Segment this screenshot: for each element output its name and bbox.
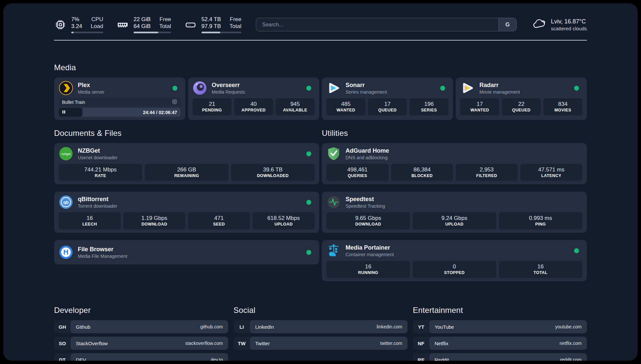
app-description: Media Requests	[212, 89, 302, 95]
app-description: DNS and adblocking	[346, 155, 582, 161]
app-description: Speedtest Tracking	[346, 203, 582, 209]
app-card-filebrowser[interactable]: File Browser Media File Management	[54, 240, 319, 264]
cpu-usage-value: 7%	[71, 16, 82, 23]
memory-total-label: Total	[159, 23, 171, 30]
weather-location-temp: Lviv, 16.87°C	[551, 18, 587, 25]
memory-progress-bar	[134, 32, 171, 33]
stat-box: 945AVAILABLE	[276, 98, 315, 115]
app-name: Speedtest	[346, 196, 582, 203]
search-engine-button[interactable]: G	[499, 18, 516, 31]
link-tag: YT	[413, 320, 429, 333]
link-netflix[interactable]: NF Netflix netflix.com	[413, 337, 587, 350]
session-target-icon[interactable]	[172, 99, 177, 106]
app-card-qbittorrent[interactable]: qb qBittorrent Torrent downloader	[54, 192, 319, 233]
app-description: Container management	[346, 252, 569, 258]
section-social: Social LI LinkedIn linkedin.com TW Twitt…	[233, 306, 408, 361]
stat-box: 0.993 msPING	[499, 212, 582, 229]
link-name: DEV	[76, 357, 86, 361]
status-online-dot	[172, 86, 177, 91]
app-card-plex[interactable]: Plex Media server Bullet Train	[54, 77, 185, 120]
playback-progress-bar[interactable]: 24:44 / 02:06:47	[59, 108, 181, 117]
storage-total-value: 97.9 TB	[201, 23, 221, 30]
storage-total-label: Total	[229, 23, 241, 30]
section-entertainment: Entertainment YT YouTube youtube.com NF …	[413, 306, 587, 361]
section-title-media: Media	[54, 63, 587, 72]
section-media: Media Plex Media server	[54, 63, 587, 120]
adguard-icon	[326, 146, 341, 161]
stat-box: 834MOVIES	[543, 98, 582, 115]
app-card-speedtest[interactable]: Speedtest Speedtest Tracking 9.65 GbpsDO…	[322, 192, 587, 233]
weather-widget: Lviv, 16.87°C scattered clouds	[532, 18, 587, 31]
cpu-load-value: 3.24	[71, 23, 82, 30]
playback-time: 24:44 / 02:06:47	[143, 108, 177, 117]
link-url: stackoverflow.com	[185, 341, 223, 346]
storage-free-label: Free	[229, 16, 241, 23]
app-name: Plex	[78, 81, 168, 89]
speedtest-icon	[326, 195, 341, 209]
link-name: LinkedIn	[255, 324, 274, 330]
stat-box: 266 GBREMAINING	[145, 164, 228, 181]
stat-box: 196SERIES	[410, 98, 448, 115]
stat-box: 2,953FILTERED	[456, 164, 518, 181]
link-youtube[interactable]: YT YouTube youtube.com	[413, 320, 587, 333]
cpu-load-label: Load	[91, 23, 103, 30]
link-tag: GH	[54, 320, 71, 333]
link-tag: LI	[233, 320, 250, 333]
app-description: Torrent downloader	[78, 203, 302, 209]
search-input[interactable]	[256, 18, 499, 31]
app-card-sonarr[interactable]: Sonarr Series management 485WANTED 17QUE…	[322, 77, 453, 120]
memory-stat: 22 GiB 64 GiB Free Total	[116, 16, 171, 33]
cpu-progress-bar	[71, 32, 103, 33]
qbittorrent-icon: qb	[59, 195, 73, 209]
storage-progress-bar	[201, 32, 241, 33]
stat-box: 744.21 MbpsRATE	[59, 164, 142, 181]
stat-box: 16TOTAL	[499, 261, 582, 278]
link-name: Netflix	[435, 341, 448, 346]
app-name: Radarr	[479, 81, 569, 89]
stat-box: 16RUNNING	[326, 261, 410, 278]
stat-box: 16LEECH	[59, 212, 121, 229]
stat-box: 17QUEUED	[368, 98, 407, 115]
section-title-social: Social	[233, 306, 408, 315]
link-dev[interactable]: DT DEV dev.to	[54, 353, 228, 361]
stat-box: 498,461QUERIES	[326, 164, 388, 181]
app-name: Media Portainer	[346, 244, 569, 251]
link-twitter[interactable]: TW Twitter twitter.com	[233, 337, 408, 350]
app-card-overseerr[interactable]: Overseerr Media Requests 21PENDING 40APP…	[188, 77, 319, 120]
app-card-portainer[interactable]: Media Portainer Container management 16R…	[322, 240, 587, 281]
link-url: dev.to	[211, 357, 223, 361]
status-online-dot	[306, 250, 311, 255]
overseerr-icon	[193, 81, 207, 95]
link-name: StackOverflow	[76, 341, 108, 346]
stat-box: 39.6 TBDOWNLOADED	[231, 164, 315, 181]
cpu-usage-label: CPU	[91, 16, 103, 23]
status-online-dot	[440, 86, 445, 91]
search-bar[interactable]: G	[256, 18, 517, 31]
stat-box: 22QUEUED	[502, 98, 541, 115]
section-developer: Developer GH Github github.com SO StackO…	[54, 306, 228, 361]
link-url: netflix.com	[560, 341, 582, 346]
app-name: NZBGet	[78, 147, 302, 154]
filebrowser-icon	[59, 245, 73, 259]
now-playing-row[interactable]: Bullet Train	[59, 98, 181, 106]
cloud-icon	[532, 18, 546, 31]
app-card-radarr[interactable]: Radarr Movie management 17WANTED 22QUEUE…	[456, 77, 587, 120]
stat-box: 618.52 MbpsUPLOAD	[253, 212, 315, 229]
stat-box: 485WANTED	[326, 98, 365, 115]
status-online-dot	[306, 151, 311, 156]
link-reddit[interactable]: RE Reddit reddit.com	[413, 353, 587, 361]
storage-stat: 52.4 TB 97.9 TB Free Total	[184, 16, 241, 33]
pause-icon[interactable]	[62, 109, 66, 115]
link-linkedin[interactable]: LI LinkedIn linkedin.com	[233, 320, 408, 333]
link-github[interactable]: GH Github github.com	[54, 320, 228, 333]
app-card-adguard[interactable]: AdGuard Home DNS and adblocking 498,461Q…	[322, 143, 587, 184]
link-stackoverflow[interactable]: SO StackOverflow stackoverflow.com	[54, 337, 228, 350]
memory-free-label: Free	[159, 16, 171, 23]
system-stats: 7% 3.24 CPU Load	[54, 16, 241, 33]
status-online-dot	[574, 248, 579, 253]
svg-text:qb: qb	[63, 200, 69, 205]
app-card-nzbget[interactable]: nzbget NZBGet Usenet downloader 74	[54, 143, 319, 184]
app-name: Overseerr	[212, 81, 302, 89]
stat-box: 40APPROVED	[234, 98, 273, 115]
weather-condition: scattered clouds	[551, 26, 587, 31]
